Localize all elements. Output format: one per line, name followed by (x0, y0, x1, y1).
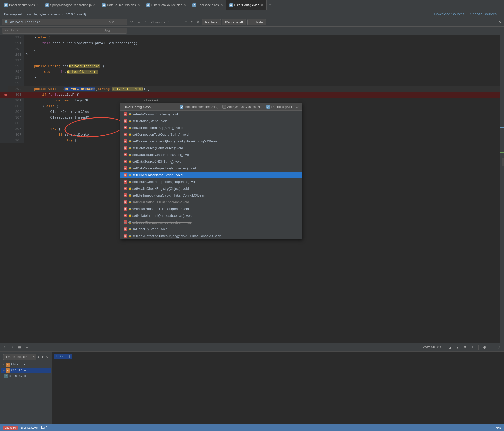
replace-case-button[interactable]: Aa (106, 29, 110, 32)
autocomplete-item-setdatasourceclassname[interactable]: m 🔒 setDataSourceClassName(String): void (120, 151, 302, 158)
lock-icon: 🔒 (128, 167, 131, 170)
breakpoint-area (3, 98, 8, 103)
gear-button[interactable]: ⚙ (295, 105, 299, 109)
package-label: (com.zaxxer.hikari) (21, 426, 47, 429)
line-number: 305 (8, 121, 24, 126)
autocomplete-list: m 🔒 setAutoCommit(boolean): void m 🔒 set… (120, 111, 302, 239)
frame-selector[interactable]: Frame selector (3, 354, 36, 360)
tab-hikaridatasource[interactable]: C HikariDataSource.clas ✕ (143, 0, 190, 10)
toggle-btn-1[interactable]: ⊗ (2, 344, 8, 350)
clear-search-button[interactable]: ✕ (109, 20, 112, 24)
autocomplete-item-sethealthcheckproperties[interactable]: m 🔒 setHealthCheckProperties(Properties)… (120, 178, 302, 185)
sort-vars-desc-btn[interactable]: ▼ (41, 354, 45, 360)
scroll-thumb[interactable] (502, 158, 504, 166)
close-icon[interactable]: ✕ (184, 3, 186, 7)
autocomplete-item-setconnectiontestquery[interactable]: m 🔒 setConnectionTestQuery(String): void (120, 131, 302, 138)
autocomplete-item-setjdbc4connectiontest[interactable]: m 🔒 setJdbc4ConnectionTest(boolean): voi… (120, 219, 302, 226)
autocomplete-item-setinitializationfailfast[interactable]: m 🔒 setInitializationFailFast(boolean): … (120, 199, 302, 205)
match-case-button[interactable]: Aa (128, 19, 135, 25)
filter-inherited[interactable]: Inherited members (^F3) (180, 105, 219, 109)
expand-panel-btn[interactable]: ↗ (496, 344, 502, 350)
settings-button[interactable]: ≡ (189, 19, 194, 25)
list-btn[interactable]: ≡ (24, 344, 30, 350)
lock-icon: 🔒 (128, 200, 131, 204)
next-result-button[interactable]: ↓ (172, 19, 177, 25)
autocomplete-item-setautocommit[interactable]: m 🔒 setAutoCommit(boolean): void (120, 111, 302, 117)
tab-baseexecutor[interactable]: C BaseExecutor.clas ✕ (1, 0, 42, 10)
lambdas-checkbox[interactable] (266, 105, 270, 109)
close-search-button[interactable]: ✕ (499, 20, 502, 25)
tab-overflow-button[interactable]: ▾ (267, 3, 274, 7)
method-text: setLeakDetectionTimeout(long): void ↑Hik… (132, 234, 299, 238)
autocomplete-item-setinitializationfailtimeout[interactable]: m 🔒 setInitializationFailTimeout(long): … (120, 205, 302, 212)
choose-sources-link[interactable]: Choose Sources... (470, 12, 500, 16)
filter-vars-btn[interactable]: ⚗ (462, 344, 468, 350)
collapse-btn[interactable]: — (489, 344, 495, 350)
autocomplete-item-setcatalog[interactable]: m 🔒 setCatalog(String): void (120, 117, 302, 124)
autocomplete-item-setdatasourceproperties[interactable]: m 🔒 setDataSourceProperties(Properties):… (120, 165, 302, 172)
autocomplete-item-setconnectioninitsql[interactable]: m 🔒 setConnectionInitSql(String): void (120, 124, 302, 131)
breakpoint-area (3, 35, 8, 41)
close-icon[interactable]: ✕ (261, 3, 263, 7)
exclude-button[interactable]: Exclude (247, 19, 266, 25)
close-icon[interactable]: ✕ (138, 3, 140, 7)
add-watch-btn[interactable]: ＋ (469, 344, 475, 350)
tab-poolbase[interactable]: C PoolBase.class ✕ (189, 0, 226, 10)
autocomplete-item-setidletimeout[interactable]: m 🔒 setIdleTimeout(long): void ↑HikariCo… (120, 192, 302, 199)
settings-vars-btn[interactable]: ⚙ (482, 344, 487, 350)
prev-result-button[interactable]: ↑ (166, 19, 171, 25)
toggle-btn-2[interactable]: ℹ (9, 344, 15, 350)
nav-up-btn[interactable]: ▲ (448, 344, 453, 350)
nav-down-btn[interactable]: ▼ (455, 344, 461, 350)
status-left: eb1ae86 (com.zaxxer.hikari) (3, 426, 47, 430)
autocomplete-item-setisolateinternalqueries[interactable]: m 🔒 setIsolateInternalQueries(boolean): … (120, 212, 302, 219)
regex-button[interactable]: * (143, 19, 147, 25)
search-input[interactable] (10, 20, 109, 24)
autocomplete-item-setconnectiontimeout[interactable]: m 🔒 setConnectionTimeout(long): void ↑Hi… (120, 138, 302, 145)
tab-datasourceutils[interactable]: C DataSourceUtils.clas ✕ (99, 0, 143, 10)
lock-icon: 🔒 (128, 180, 131, 183)
var-expand-icon[interactable]: ▶ (3, 363, 5, 366)
autocomplete-item-setdatasource[interactable]: m 🔒 setDataSource(DataSource): void (120, 145, 302, 151)
tab-icon: C (4, 3, 8, 7)
table-btn[interactable]: ⊞ (17, 344, 22, 350)
method-text: setDataSourceProperties(Properties): voi… (132, 166, 299, 170)
replace-button[interactable]: Replace (202, 19, 221, 25)
funnel-icon[interactable]: ⚗ (195, 19, 201, 25)
line-number: 302 (8, 103, 24, 109)
line-content: public void setDriverClassName(String dr… (24, 86, 500, 92)
replace-all-button[interactable]: Replace all (222, 19, 246, 25)
filter-anonymous[interactable]: Anonymous Classes (⌘I) (222, 105, 263, 109)
line-number: 293 (8, 52, 24, 58)
replace-input[interactable] (4, 29, 103, 32)
line-number: 301 (8, 98, 24, 103)
search-history-button[interactable]: ↺ (112, 20, 115, 24)
close-icon[interactable]: ✕ (93, 3, 95, 7)
autocomplete-item-setjdbcurl[interactable]: m 🔒 setJdbcUrl(String): void (120, 226, 302, 232)
close-icon[interactable]: ✕ (36, 3, 39, 7)
gutter (0, 109, 3, 115)
whole-word-button[interactable]: W (136, 19, 142, 25)
autocomplete-item-setleakdetectiontimeout[interactable]: m 🔒 setLeakDetectionTimeout(long): void … (120, 232, 302, 239)
gutter (0, 63, 3, 69)
download-sources-link[interactable]: Download Sources (434, 12, 465, 16)
autocomplete-item-setdatasourcejndi[interactable]: m 🔒 setDataSourceJNDI(String): void (120, 158, 302, 165)
filter-vars-panel-btn[interactable]: ⚗ (44, 354, 49, 360)
scroll-indicator (500, 35, 504, 343)
breakpoint-area (3, 86, 8, 92)
sort-vars-btn[interactable]: ▲ (36, 354, 41, 360)
autocomplete-item-sethealthcheckregistry[interactable]: m 🔒 setHealthCheckRegistry(Object): void (120, 185, 302, 192)
replace-refresh-button[interactable]: ↺ (103, 29, 106, 32)
filter-lambdas[interactable]: Lambdas (⌘L) (266, 105, 292, 109)
scroll-marker-blue (500, 127, 504, 128)
autocomplete-item-setdriverclassname[interactable]: m 🔒 setDriverClassName(String): void (120, 172, 302, 178)
tab-hikariconfig[interactable]: C HikariConfig.class ✕ (226, 0, 267, 10)
close-icon[interactable]: ✕ (221, 3, 223, 7)
filter-button[interactable]: ⊞ (183, 19, 189, 25)
expand-search-button[interactable]: □ (177, 19, 182, 25)
method-icon: m (124, 160, 127, 163)
anonymous-checkbox[interactable] (222, 105, 226, 109)
tab-springmanagedtransaction[interactable]: C SpringManagedTransaction.ja ✕ (42, 0, 99, 10)
var-expand-icon[interactable]: ▶ (3, 369, 5, 372)
inherited-checkbox[interactable] (180, 105, 183, 109)
